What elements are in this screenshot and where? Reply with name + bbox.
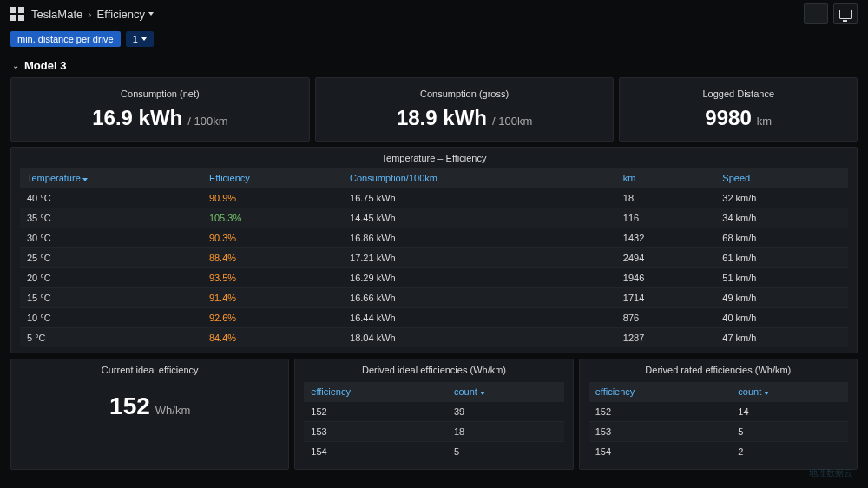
breadcrumb-page[interactable]: Efficiency [97,8,154,21]
table-row[interactable]: 35 °C105.3%14.45 kWh11634 km/h [20,208,848,228]
cell-temperature: 40 °C [20,188,202,208]
panel-title: Consumption (gross) [420,89,509,99]
breadcrumb: TeslaMate › Efficiency [10,7,154,21]
cell-speed: 40 km/h [715,308,848,328]
table-row[interactable]: 15 °C91.4%16.66 kWh171449 km/h [20,288,848,308]
panel-consumption-net[interactable]: Consumption (net) 16.9 kWh / 100km [10,77,310,142]
cell-efficiency: 152 [589,402,732,422]
table-row[interactable]: 1542 [589,442,848,462]
panel-title: Derived ideal efficiencies (Wh/km) [304,365,563,375]
breadcrumb-separator: › [88,8,91,21]
monitor-icon [839,10,852,19]
kiosk-mode-button[interactable] [833,3,858,24]
col-speed[interactable]: Speed [715,168,848,188]
panel-temperature-efficiency: Temperature – Efficiency Temperature Eff… [10,147,858,353]
panel-title: Temperature – Efficiency [20,153,848,163]
table-row[interactable]: 5 °C84.4%18.04 kWh128747 km/h [20,328,848,348]
row-toggle-model3[interactable]: ⌄ Model 3 [0,54,868,77]
variable-bar: min. distance per drive 1 [0,28,868,54]
cell-efficiency: 152 [304,402,447,422]
variable-value-min-distance[interactable]: 1 [126,31,154,47]
breadcrumb-app[interactable]: TeslaMate [31,8,82,21]
panel-logged-distance[interactable]: Logged Distance 9980 km [619,77,858,142]
col-count[interactable]: count [731,382,848,402]
cell-count: 5 [447,442,564,462]
sort-desc-icon [82,178,88,181]
cell-temperature: 10 °C [20,308,202,328]
cell-efficiency: 91.4% [202,288,343,308]
chevron-down-icon [141,37,147,41]
cell-efficiency: 88.4% [202,248,343,268]
table-row[interactable]: 25 °C88.4%17.21 kWh249461 km/h [20,248,848,268]
variable-value-text: 1 [133,34,138,44]
col-efficiency[interactable]: efficiency [304,382,447,402]
panel-derived-rated: Derived rated efficiencies (Wh/km) effic… [579,359,858,470]
table-row[interactable]: 15239 [304,402,563,422]
cell-km: 876 [616,308,715,328]
cell-consumption: 18.04 kWh [343,328,616,348]
table-row[interactable]: 15318 [304,422,563,442]
panel-derived-ideal: Derived ideal efficiencies (Wh/km) effic… [294,359,573,470]
panel-title: Derived rated efficiencies (Wh/km) [589,365,848,375]
cell-count: 14 [731,402,848,422]
cell-km: 116 [616,208,715,228]
cell-efficiency: 90.3% [202,228,343,248]
col-consumption[interactable]: Consumption/100km [343,168,616,188]
cell-efficiency: 84.4% [202,328,343,348]
table-row[interactable]: 20 °C93.5%16.29 kWh194651 km/h [20,268,848,288]
cell-consumption: 16.75 kWh [343,188,616,208]
cell-count: 2 [731,442,848,462]
table-row[interactable]: 40 °C90.9%16.75 kWh1832 km/h [20,188,848,208]
toolbar-button-blank[interactable] [804,3,828,24]
chevron-down-icon [148,12,154,16]
sort-desc-icon [764,392,769,395]
cell-speed: 51 km/h [715,268,848,288]
cell-speed: 49 km/h [715,288,848,308]
col-count[interactable]: count [447,382,564,402]
cell-km: 2494 [616,248,715,268]
col-km[interactable]: km [616,168,715,188]
top-header: TeslaMate › Efficiency [0,0,868,28]
stat-value: 9980 [705,106,751,130]
cell-efficiency: 105.3% [202,208,343,228]
cell-consumption: 16.29 kWh [343,268,616,288]
stat-unit: / 100km [187,115,227,128]
panel-title: Logged Distance [702,89,774,99]
cell-km: 18 [616,188,715,208]
cell-consumption: 14.45 kWh [343,208,616,228]
cell-temperature: 15 °C [20,288,202,308]
temperature-efficiency-table: Temperature Efficiency Consumption/100km… [20,168,848,347]
cell-count: 39 [447,402,564,422]
cell-efficiency: 153 [589,422,732,442]
cell-speed: 47 km/h [715,328,848,348]
panel-title: Consumption (net) [121,89,200,99]
col-temperature[interactable]: Temperature [20,168,202,188]
table-row[interactable]: 10 °C92.6%16.44 kWh87640 km/h [20,308,848,328]
table-row[interactable]: 15214 [589,402,848,422]
cell-efficiency: 90.9% [202,188,343,208]
panel-consumption-gross[interactable]: Consumption (gross) 18.9 kWh / 100km [315,77,615,142]
stat-unit: km [757,115,772,128]
cell-temperature: 20 °C [20,268,202,288]
table-row[interactable]: 30 °C90.3%16.86 kWh143268 km/h [20,228,848,248]
stat-unit: / 100km [492,115,532,128]
panels-area: Consumption (net) 16.9 kWh / 100km Consu… [0,77,868,470]
col-efficiency[interactable]: Efficiency [202,168,343,188]
page-title: Efficiency [97,8,145,21]
sort-desc-icon [480,392,485,395]
cell-km: 1714 [616,288,715,308]
table-row[interactable]: 1535 [589,422,848,442]
panel-current-ideal-efficiency[interactable]: Current ideal efficiency 152 Wh/km [10,359,289,470]
derived-ideal-table: efficiency count 15239153181545 [304,382,563,461]
cell-temperature: 35 °C [20,208,202,228]
row-title: Model 3 [24,59,66,72]
table-row[interactable]: 1545 [304,442,563,462]
variable-label-min-distance[interactable]: min. distance per drive [10,31,121,47]
cell-count: 18 [447,422,564,442]
cell-consumption: 16.44 kWh [343,308,616,328]
dashboards-icon[interactable] [10,7,24,21]
cell-speed: 34 km/h [715,208,848,228]
cell-efficiency: 93.5% [202,268,343,288]
col-efficiency[interactable]: efficiency [589,382,732,402]
stat-value: 16.9 kWh [92,106,182,130]
